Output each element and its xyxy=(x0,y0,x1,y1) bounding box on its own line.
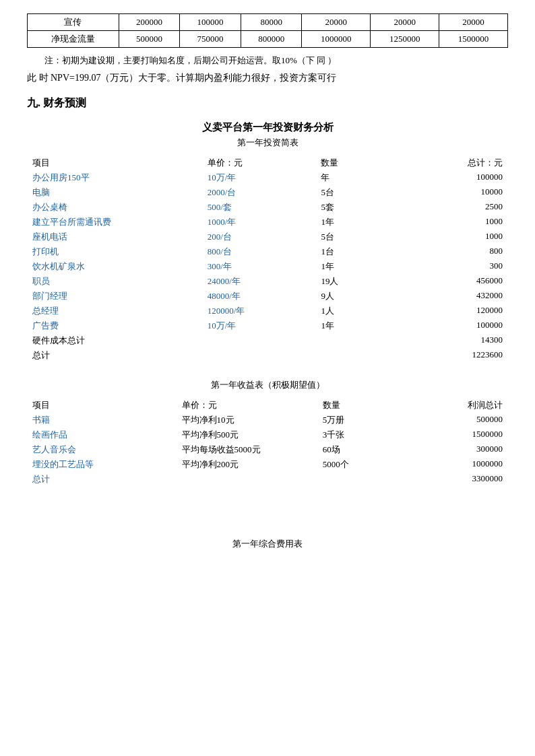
table-cell: 20000 xyxy=(302,14,371,31)
invest-header-unit: 单价：元 xyxy=(202,156,316,170)
revenue-title: 第一年收益表（积极期望值） xyxy=(27,379,508,391)
invest-row-unit: 10万/年 xyxy=(202,318,316,333)
invest-row-total: 2500 xyxy=(403,200,508,215)
cashflow-table: 宣传20000010000080000200002000020000净现金流量5… xyxy=(27,13,508,48)
invest-sub-title: 第一年投资简表 xyxy=(27,137,508,149)
rev-row-item: 埋没的工艺品等 xyxy=(27,457,177,472)
table-row-label: 净现金流量 xyxy=(28,31,119,48)
table-cell: 500000 xyxy=(119,31,180,48)
invest-row-item: 广告费 xyxy=(27,318,202,333)
invest-row-unit: 24000/年 xyxy=(202,274,316,289)
grand-label: 总计 xyxy=(27,348,202,363)
invest-row-unit: 800/台 xyxy=(202,244,316,259)
npv-text: 此 时 NPV=199.07（万元）大于零。计算期内盈利能力很好，投资方案可行 xyxy=(27,72,508,84)
invest-row-unit: 1000/年 xyxy=(202,215,316,230)
invest-row-qty: 1人 xyxy=(315,304,403,318)
invest-row-unit: 2000/台 xyxy=(202,185,316,200)
invest-row-item: 饮水机矿泉水 xyxy=(27,259,202,274)
rev-row-qty: 5000个 xyxy=(317,457,408,472)
rev-row-total: 300000 xyxy=(408,442,508,457)
invest-row-item: 电脑 xyxy=(27,185,202,200)
invest-row-total: 1000 xyxy=(403,230,508,244)
invest-row-unit: 300/年 xyxy=(202,259,316,274)
table-cell: 800000 xyxy=(241,31,302,48)
invest-row-item: 打印机 xyxy=(27,244,202,259)
invest-row-total: 10000 xyxy=(403,185,508,200)
invest-row-total: 800 xyxy=(403,244,508,259)
rev-header-total: 利润总计 xyxy=(408,398,508,413)
invest-row-qty: 19人 xyxy=(315,274,403,289)
invest-row-unit: 48000/年 xyxy=(202,289,316,304)
invest-row-total: 432000 xyxy=(403,289,508,304)
invest-row-item: 建立平台所需通讯费 xyxy=(27,215,202,230)
note-text: 注：初期为建设期，主要打响知名度，后期公司开始运营。取10%（下 同 ） xyxy=(27,55,508,67)
invest-row-item: 座机电话 xyxy=(27,230,202,244)
rev-row-qty: 3千张 xyxy=(317,427,408,442)
section-title: 九. 财务预测 xyxy=(27,96,508,110)
invest-main-title: 义卖平台第一年投资财务分析 xyxy=(27,121,508,134)
invest-row-qty: 5台 xyxy=(315,185,403,200)
invest-row-qty: 1年 xyxy=(315,259,403,274)
bottom-title: 第一年综合费用表 xyxy=(27,538,508,550)
invest-row-total: 120000 xyxy=(403,304,508,318)
invest-row-unit: 120000/年 xyxy=(202,304,316,318)
invest-row-item: 办公用房150平 xyxy=(27,170,202,185)
invest-row-unit: 200/台 xyxy=(202,230,316,244)
rev-row-total: 1000000 xyxy=(408,457,508,472)
invest-row-qty: 9人 xyxy=(315,289,403,304)
invest-row-qty: 1年 xyxy=(315,215,403,230)
invest-row-item: 部门经理 xyxy=(27,289,202,304)
rev-row-item: 书籍 xyxy=(27,413,177,427)
invest-row-unit: 500/套 xyxy=(202,200,316,215)
revenue-total-label: 总计 xyxy=(27,472,177,487)
table-cell: 1000000 xyxy=(302,31,371,48)
invest-row-item: 办公桌椅 xyxy=(27,200,202,215)
hardware-total: 14300 xyxy=(403,333,508,348)
invest-row-total: 1000 xyxy=(403,215,508,230)
rev-header-qty: 数量 xyxy=(317,398,408,413)
invest-row-item: 职员 xyxy=(27,274,202,289)
invest-header-total: 总计：元 xyxy=(403,156,508,170)
invest-row-qty: 5台 xyxy=(315,230,403,244)
revenue-total: 3300000 xyxy=(408,472,508,487)
invest-row-total: 100000 xyxy=(403,170,508,185)
invest-row-qty: 5套 xyxy=(315,200,403,215)
rev-row-unit: 平均净利200元 xyxy=(177,457,317,472)
invest-header-qty: 数量 xyxy=(315,156,403,170)
rev-row-unit: 平均净利10元 xyxy=(177,413,317,427)
revenue-table: 项目 单价：元 数量 利润总计 书籍平均净利10元5万册500000绘画作品平均… xyxy=(27,398,508,487)
invest-row-unit: 10万/年 xyxy=(202,170,316,185)
rev-row-total: 500000 xyxy=(408,413,508,427)
grand-total: 1223600 xyxy=(403,348,508,363)
table-cell: 20000 xyxy=(371,14,439,31)
invest-row-qty: 1台 xyxy=(315,244,403,259)
table-cell: 1250000 xyxy=(371,31,439,48)
hardware-label: 硬件成本总计 xyxy=(27,333,202,348)
table-cell: 1500000 xyxy=(439,31,508,48)
invest-header-item: 项目 xyxy=(27,156,202,170)
rev-row-qty: 5万册 xyxy=(317,413,408,427)
rev-row-unit: 平均每场收益5000元 xyxy=(177,442,317,457)
table-cell: 80000 xyxy=(241,14,302,31)
rev-row-total: 1500000 xyxy=(408,427,508,442)
rev-row-item: 绘画作品 xyxy=(27,427,177,442)
table-cell: 200000 xyxy=(119,14,180,31)
rev-header-unit: 单价：元 xyxy=(177,398,317,413)
invest-row-total: 100000 xyxy=(403,318,508,333)
rev-row-qty: 60场 xyxy=(317,442,408,457)
rev-header-item: 项目 xyxy=(27,398,177,413)
invest-row-qty: 年 xyxy=(315,170,403,185)
rev-row-item: 艺人音乐会 xyxy=(27,442,177,457)
invest-row-total: 456000 xyxy=(403,274,508,289)
invest-table: 项目 单价：元 数量 总计：元 办公用房150平10万/年年100000电脑20… xyxy=(27,156,508,363)
table-row-label: 宣传 xyxy=(28,14,119,31)
invest-row-item: 总经理 xyxy=(27,304,202,318)
rev-row-unit: 平均净利500元 xyxy=(177,427,317,442)
invest-row-qty: 1年 xyxy=(315,318,403,333)
table-cell: 750000 xyxy=(180,31,241,48)
table-cell: 100000 xyxy=(180,14,241,31)
invest-row-total: 300 xyxy=(403,259,508,274)
table-cell: 20000 xyxy=(439,14,508,31)
